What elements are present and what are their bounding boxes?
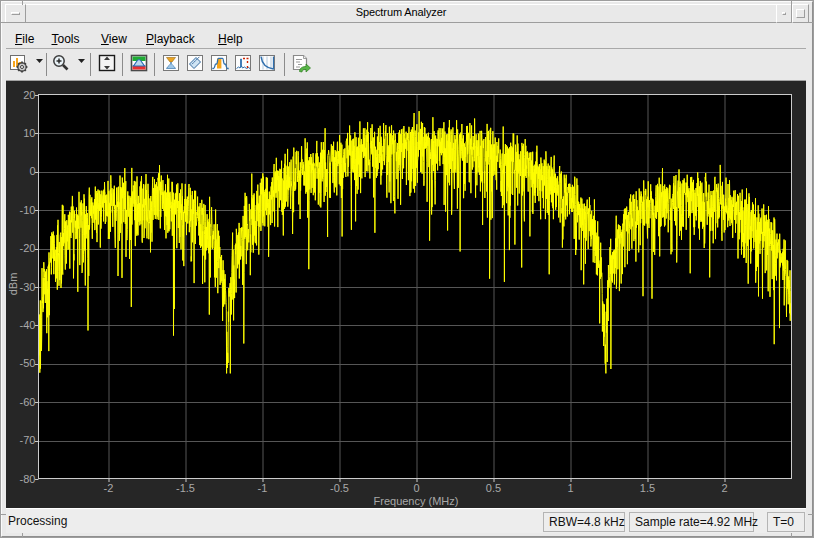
svg-text:-40: -40 bbox=[20, 319, 36, 331]
svg-text:dBm: dBm bbox=[7, 273, 19, 296]
svg-text:-10: -10 bbox=[20, 204, 36, 216]
svg-text:0.5: 0.5 bbox=[486, 482, 501, 494]
svg-text:-60: -60 bbox=[20, 396, 36, 408]
svg-text:10: 10 bbox=[23, 127, 35, 139]
svg-text:-1.5: -1.5 bbox=[176, 482, 195, 494]
svg-text:1.5: 1.5 bbox=[640, 482, 655, 494]
svg-text:2: 2 bbox=[721, 482, 727, 494]
svg-text:-70: -70 bbox=[20, 434, 36, 446]
svg-text:1: 1 bbox=[567, 482, 573, 494]
svg-text:-0.5: -0.5 bbox=[330, 482, 349, 494]
svg-text:Frequency (MHz): Frequency (MHz) bbox=[374, 495, 459, 507]
svg-text:-50: -50 bbox=[20, 357, 36, 369]
svg-text:-30: -30 bbox=[20, 281, 36, 293]
svg-text:0: 0 bbox=[29, 165, 35, 177]
svg-text:-20: -20 bbox=[20, 242, 36, 254]
svg-text:-1: -1 bbox=[258, 482, 268, 494]
svg-text:20: 20 bbox=[23, 89, 35, 101]
svg-text:-80: -80 bbox=[20, 473, 36, 485]
svg-text:-2: -2 bbox=[104, 482, 114, 494]
svg-text:0: 0 bbox=[413, 482, 419, 494]
